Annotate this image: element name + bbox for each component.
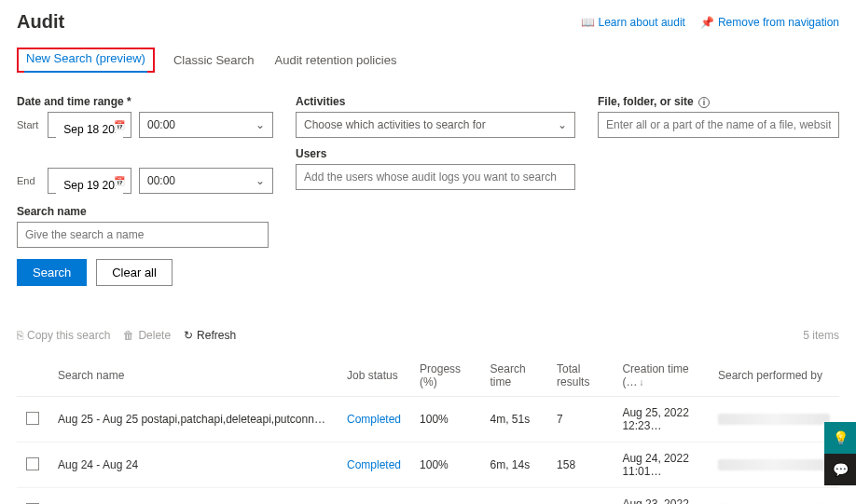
row-created: Aug 25, 2022 12:23… xyxy=(613,397,709,443)
search-name-input[interactable] xyxy=(17,222,269,248)
users-label: Users xyxy=(296,147,575,160)
end-label: End xyxy=(17,175,40,186)
start-label: Start xyxy=(17,119,40,130)
row-checkbox[interactable] xyxy=(26,457,39,470)
row-total: 7 xyxy=(547,397,613,443)
clear-all-button[interactable]: Clear all xyxy=(96,259,173,286)
date-range-label: Date and time range * xyxy=(17,95,273,108)
end-time-select[interactable]: 00:00 xyxy=(139,168,273,194)
remove-nav-label: Remove from navigation xyxy=(718,16,839,29)
col-search-time[interactable]: Search time xyxy=(481,355,548,397)
col-search-name[interactable]: Search name xyxy=(48,355,338,397)
chevron-down-icon xyxy=(255,174,265,187)
end-date-value[interactable] xyxy=(56,172,123,198)
help-lightbulb-button[interactable]: 💡 xyxy=(824,422,856,454)
table-row[interactable]: Aug 24 - Aug 24 Completed 100% 6m, 14s 1… xyxy=(17,443,839,488)
col-total-results[interactable]: Total results xyxy=(547,355,613,397)
table-row[interactable]: Aug 25 - Aug 25 postapi,patchapi,deletea… xyxy=(17,397,839,443)
row-total: 0 xyxy=(547,488,613,505)
row-progress: 100% xyxy=(410,397,481,443)
delete-label: Delete xyxy=(138,329,171,342)
row-status[interactable]: Completed xyxy=(338,443,410,488)
activities-placeholder: Choose which activities to search for xyxy=(304,118,486,131)
row-search-name: Aug 25 - Aug 25 postapi,patchapi,deletea… xyxy=(58,413,328,426)
col-creation-time[interactable]: Creation time (…↓ xyxy=(613,355,709,397)
row-created: Aug 24, 2022 11:01… xyxy=(613,443,709,488)
refresh-icon: ↻ xyxy=(184,329,193,342)
learn-about-link[interactable]: 📖 Learn about audit xyxy=(581,16,685,29)
file-label: File, folder, or site i xyxy=(598,95,839,108)
row-progress: 100% xyxy=(410,443,481,488)
search-button[interactable]: Search xyxy=(17,259,87,286)
row-checkbox[interactable] xyxy=(26,412,39,425)
results-table: Search name Job status Progess (%) Searc… xyxy=(17,355,839,504)
col-checkbox xyxy=(17,355,48,397)
row-total: 158 xyxy=(547,443,613,488)
start-time-value: 00:00 xyxy=(147,118,175,131)
sort-desc-icon: ↓ xyxy=(639,377,643,388)
page-title: Audit xyxy=(17,11,64,33)
row-performed-by xyxy=(709,488,839,505)
tab-retention-policies[interactable]: Audit retention policies xyxy=(273,48,399,73)
users-input[interactable] xyxy=(296,164,575,190)
start-time-select[interactable]: 00:00 xyxy=(139,112,273,138)
remove-nav-link[interactable]: 📌 Remove from navigation xyxy=(700,16,839,29)
item-count: 5 items xyxy=(803,329,839,342)
copy-search-button[interactable]: ⎘ Copy this search xyxy=(17,329,110,342)
row-status[interactable]: Completed xyxy=(338,488,410,505)
end-date-input[interactable] xyxy=(48,168,131,194)
activities-label: Activities xyxy=(296,95,575,108)
row-search-name: Aug 24 - Aug 24 xyxy=(58,458,328,471)
col-job-status[interactable]: Job status xyxy=(338,355,410,397)
delete-button[interactable]: 🗑 Delete xyxy=(123,329,171,342)
file-input[interactable] xyxy=(598,112,839,138)
feedback-icon: 💬 xyxy=(833,462,849,477)
book-icon: 📖 xyxy=(581,16,595,29)
refresh-button[interactable]: ↻ Refresh xyxy=(184,329,236,342)
unpin-icon: 📌 xyxy=(700,16,714,29)
row-search-time: 4m, 51s xyxy=(481,397,548,443)
tabs: New Search (preview) Classic Search Audi… xyxy=(17,48,839,73)
copy-icon: ⎘ xyxy=(17,329,23,342)
start-date-value[interactable] xyxy=(56,116,123,143)
col-progress[interactable]: Progess (%) xyxy=(410,355,481,397)
search-name-label: Search name xyxy=(17,205,273,218)
row-performed-by xyxy=(709,397,839,443)
tab-classic-search[interactable]: Classic Search xyxy=(172,48,256,73)
refresh-label: Refresh xyxy=(197,329,236,342)
highlight-annotation: New Search (preview) xyxy=(17,48,155,73)
lightbulb-icon: 💡 xyxy=(833,430,849,445)
info-icon[interactable]: i xyxy=(698,97,710,108)
end-time-value: 00:00 xyxy=(147,174,175,187)
row-created: Aug 23, 2022 9:44 … xyxy=(613,488,709,505)
delete-icon: 🗑 xyxy=(123,329,134,342)
feedback-button[interactable]: 💬 xyxy=(824,454,856,485)
tab-new-search[interactable]: New Search (preview) xyxy=(24,46,147,73)
row-performed-by xyxy=(709,443,839,488)
row-progress: 100% xyxy=(410,488,481,505)
start-date-input[interactable] xyxy=(48,112,131,138)
chevron-down-icon xyxy=(558,118,567,131)
chevron-down-icon xyxy=(255,118,265,131)
row-status[interactable]: Completed xyxy=(338,397,410,443)
learn-about-label: Learn about audit xyxy=(599,16,685,29)
copy-search-label: Copy this search xyxy=(27,329,110,342)
col-performed-by[interactable]: Search performed by xyxy=(709,355,839,397)
activities-select[interactable]: Choose which activities to search for xyxy=(296,112,575,138)
row-search-time: 6m, 14s xyxy=(481,443,548,488)
row-search-time: 4m, 14s xyxy=(481,488,548,505)
table-row[interactable]: Aug 23 - Aug 23 putconnection,patchconne… xyxy=(17,488,839,505)
